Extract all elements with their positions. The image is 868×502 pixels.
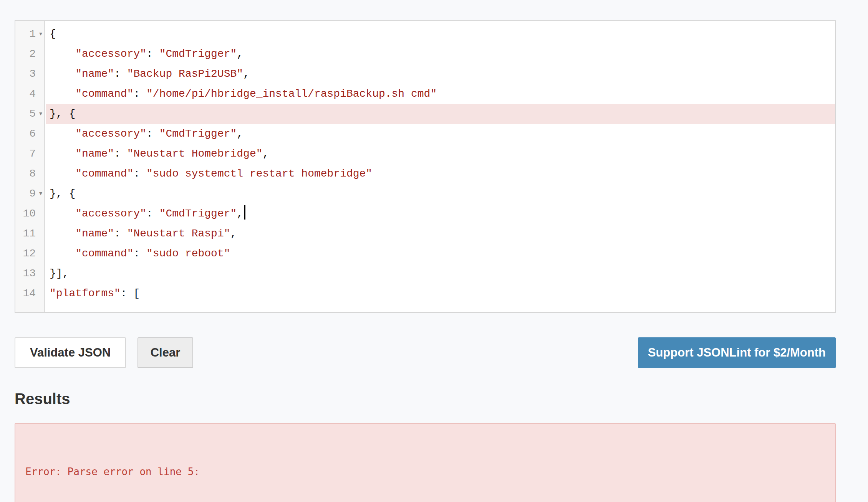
code-text: "platforms": [ (46, 284, 835, 304)
json-editor[interactable]: 1▾{2 "accessory": "CmdTrigger",3 "name":… (15, 20, 836, 313)
code-text: { (46, 24, 835, 44)
gutter-cell: 6 (15, 124, 46, 144)
code-text: "command": "sudo systemctl restart homeb… (46, 164, 835, 184)
json-punctuation-token (50, 248, 75, 259)
gutter-cell: 8 (15, 164, 46, 184)
support-jsonlint-button[interactable]: Support JSONLint for $2/Month (638, 337, 836, 368)
fold-arrow-icon[interactable]: ▾ (36, 24, 46, 44)
line-number: 13 (15, 264, 36, 284)
code-line[interactable]: 13}], (15, 264, 835, 284)
json-string-token: "Backup RasPi2USB" (127, 68, 243, 80)
json-punctuation-token: : (146, 48, 159, 60)
code-lines: 1▾{2 "accessory": "CmdTrigger",3 "name":… (15, 21, 835, 304)
code-line[interactable]: 1▾{ (15, 24, 835, 44)
line-number: 10 (15, 204, 36, 224)
json-string-token: "CmdTrigger" (159, 208, 237, 220)
code-text: "accessory": "CmdTrigger", (46, 44, 835, 64)
json-string-token: "CmdTrigger" (159, 128, 237, 140)
code-line[interactable]: 2 "accessory": "CmdTrigger", (15, 44, 835, 64)
json-string-token: "sudo systemctl restart homebridge" (146, 168, 372, 180)
json-punctuation-token: : (133, 168, 146, 180)
code-text: "accessory": "CmdTrigger", (46, 124, 835, 144)
gutter-cell: 1▾ (15, 24, 46, 44)
json-string-token: "name" (75, 228, 114, 239)
page-content: 1▾{2 "accessory": "CmdTrigger",3 "name":… (15, 20, 836, 502)
json-punctuation-token: , (237, 128, 243, 140)
code-line[interactable]: 9▾}, { (15, 184, 835, 204)
line-number: 14 (15, 284, 36, 304)
json-punctuation-token (50, 88, 75, 100)
json-punctuation-token: { (50, 28, 56, 40)
json-string-token: "command" (75, 248, 133, 259)
json-punctuation-token: : (133, 248, 146, 259)
code-line[interactable]: 4 "command": "/home/pi/hbridge_install/r… (15, 84, 835, 104)
code-line[interactable]: 8 "command": "sudo systemctl restart hom… (15, 164, 835, 184)
gutter-cell: 4 (15, 84, 46, 104)
json-string-token: "name" (75, 148, 114, 160)
json-string-token: "accessory" (75, 208, 146, 220)
json-punctuation-token: }, { (50, 188, 75, 200)
code-line[interactable]: 12 "command": "sudo reboot" (15, 244, 835, 264)
json-string-token: "Neustart Homebridge" (127, 148, 263, 160)
json-punctuation-token: , (263, 148, 269, 160)
json-punctuation-token: , (237, 48, 243, 60)
code-text: }, { (46, 184, 835, 204)
code-line[interactable]: 7 "name": "Neustart Homebridge", (15, 144, 835, 164)
code-text: }, { (46, 104, 835, 124)
json-punctuation-token: , (230, 228, 237, 239)
line-number: 5 (15, 104, 36, 124)
json-punctuation-token: }, { (50, 108, 75, 120)
validate-json-button[interactable]: Validate JSON (15, 337, 126, 368)
json-string-token: "Neustart Raspi" (127, 228, 230, 239)
json-punctuation-token (50, 48, 75, 60)
json-string-token: "accessory" (75, 128, 146, 140)
json-punctuation-token: }], (50, 268, 69, 279)
json-punctuation-token: : (114, 68, 127, 80)
fold-arrow-icon[interactable]: ▾ (36, 104, 46, 124)
line-number: 4 (15, 84, 36, 104)
code-line[interactable]: 5▾}, { (15, 104, 835, 124)
json-punctuation-token: : [ (121, 287, 140, 299)
line-number: 12 (15, 244, 36, 264)
json-punctuation-token: : (146, 208, 159, 220)
gutter-cell: 7 (15, 144, 46, 164)
json-punctuation-token (50, 208, 75, 220)
json-string-token: "/home/pi/hbridge_install/raspiBackup.sh… (146, 88, 437, 100)
gutter-cell: 11 (15, 224, 46, 244)
json-punctuation-token (50, 168, 75, 180)
clear-button[interactable]: Clear (137, 337, 194, 368)
json-string-token: "sudo reboot" (146, 248, 230, 259)
json-string-token: "command" (75, 168, 133, 180)
json-string-token: "platforms" (50, 287, 121, 299)
code-text: "accessory": "CmdTrigger", (46, 204, 835, 224)
gutter-cell: 2 (15, 44, 46, 64)
json-string-token: "accessory" (75, 48, 146, 60)
json-punctuation-token (50, 148, 75, 160)
code-line[interactable]: 10 "accessory": "CmdTrigger", (15, 204, 835, 224)
gutter-cell: 5▾ (15, 104, 46, 124)
code-line[interactable]: 14"platforms": [ (15, 284, 835, 304)
code-line[interactable]: 6 "accessory": "CmdTrigger", (15, 124, 835, 144)
line-number: 2 (15, 44, 36, 64)
gutter-cell: 14 (15, 284, 46, 304)
line-number: 6 (15, 124, 36, 144)
code-text: }], (46, 264, 835, 284)
code-text: "command": "sudo reboot" (46, 244, 835, 264)
gutter-cell: 9▾ (15, 184, 46, 204)
json-punctuation-token: : (114, 148, 127, 160)
json-string-token: "command" (75, 88, 133, 100)
code-line[interactable]: 3 "name": "Backup RasPi2USB", (15, 64, 835, 84)
fold-arrow-icon[interactable]: ▾ (36, 184, 46, 204)
json-punctuation-token: , (243, 68, 250, 80)
code-line[interactable]: 11 "name": "Neustart Raspi", (15, 224, 835, 244)
json-punctuation-token: : (114, 228, 127, 239)
gutter-cell: 13 (15, 264, 46, 284)
toolbar: Validate JSON Clear Support JSONLint for… (15, 337, 836, 368)
json-punctuation-token (50, 128, 75, 140)
code-text: "command": "/home/pi/hbridge_install/ras… (46, 84, 835, 104)
gutter-cell: 3 (15, 64, 46, 84)
json-punctuation-token: : (146, 128, 159, 140)
json-punctuation-token: , (237, 208, 243, 220)
json-punctuation-token: : (133, 88, 146, 100)
json-punctuation-token (50, 68, 75, 80)
